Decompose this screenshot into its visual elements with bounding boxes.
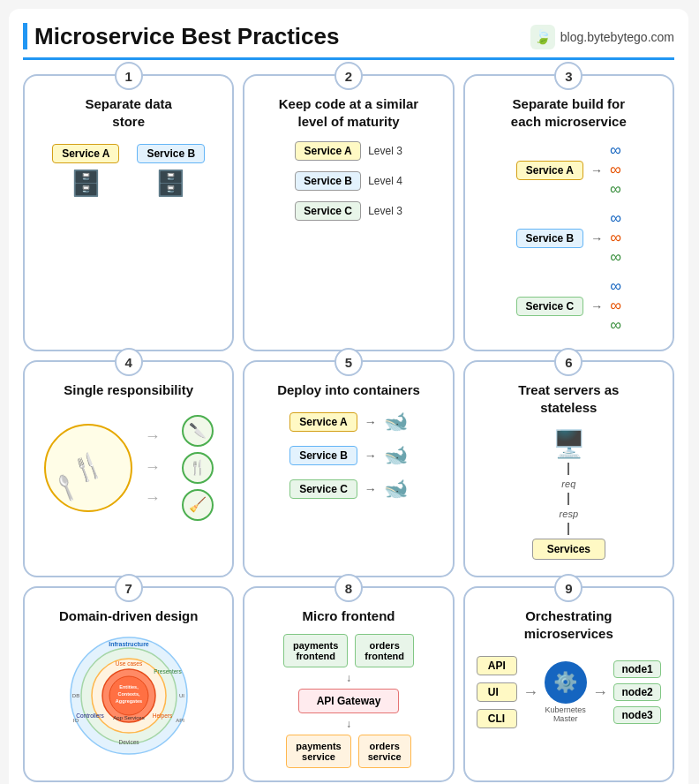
deploy-arrow-a: →	[365, 415, 377, 429]
card-9: 9 Orchestratingmicroservices API UI CLI …	[463, 586, 674, 782]
card-5: 5 Deploy into containers Service A → 🐋 S…	[243, 360, 454, 577]
frontend-area: paymentsfrontend ordersfrontend ↓ API Ga…	[253, 634, 443, 768]
k8s-wheel-icon: ⚙️	[545, 661, 587, 704]
stateless-diagram: 🖥️ req resp Services	[532, 425, 605, 563]
orch-ui-label: UI	[477, 682, 517, 702]
orders-frontend-box: ordersfrontend	[355, 634, 414, 667]
card-3-title: Separate build foreach microservice	[474, 95, 664, 130]
card-4-body: 🍴 🥄 → → → 🔪 🍴 🧹	[34, 408, 223, 528]
service-boxes-1: Service A 🗄️ Service B 🗄️	[52, 144, 205, 198]
level-row-c: Service C Level 3	[295, 201, 402, 221]
service-b-label: Service B	[137, 144, 205, 163]
resp-label: resp	[560, 509, 578, 519]
deploy-row-c: Service C → 🐋	[289, 478, 408, 501]
tool-1: 🔪	[182, 415, 214, 447]
card-7: 7 Domain-driven design Infrastructur	[23, 586, 234, 782]
card-5-number: 5	[334, 348, 363, 376]
arrow-c: →	[590, 299, 603, 313]
card-6-body: 🖥️ req resp Services	[474, 425, 664, 563]
db-b-icon: 🗄️	[155, 169, 186, 198]
payments-service-box: paymentsservice	[286, 735, 350, 768]
ddd-diagram: Infrastructure Presenters Helpers Use ca…	[67, 634, 191, 758]
card-6: 6 Treat servers asstateless 🖥️ req resp …	[463, 360, 674, 577]
build-svc-b: Service B	[516, 229, 584, 248]
card-8-title: Micro frontend	[253, 607, 443, 625]
svg-text:Helpers: Helpers	[152, 712, 172, 720]
responsibility-diagram: 🍴 🥄 → → → 🔪 🍴 🧹	[34, 408, 223, 528]
level-svc-c: Service C	[295, 201, 361, 221]
svg-text:API: API	[176, 718, 184, 723]
deploy-svc-a: Service A	[289, 412, 357, 432]
node1-label: node1	[613, 660, 660, 678]
card-3-number: 3	[554, 62, 582, 90]
card-2-number: 2	[334, 62, 363, 90]
card-4-title: Single responsibility	[34, 381, 223, 399]
card-2-title: Keep code at a similarlevel of maturity	[253, 95, 443, 130]
arrows-area: → → →	[145, 427, 161, 508]
level-val-a: Level 3	[368, 145, 402, 157]
header-logo: 🍃 blog.bytebytego.com	[530, 25, 674, 49]
tool-2: 🍴	[182, 452, 214, 484]
single-tools: 🔪 🍴 🧹	[182, 415, 214, 521]
docker-icon-c: 🐋	[384, 478, 408, 501]
deploy-row-a: Service A → 🐋	[289, 411, 407, 433]
arrow-from-gateway: ↓	[346, 718, 351, 730]
svg-text:Infrastructure: Infrastructure	[109, 641, 149, 647]
svg-text:App Services: App Services	[113, 715, 144, 720]
level-row-a: Service A Level 3	[295, 141, 402, 161]
node3-label: node3	[613, 706, 660, 724]
level-val-b: Level 4	[368, 175, 402, 187]
card-1: 1 Separate datastore Service A 🗄️ Servic…	[23, 74, 234, 351]
card-9-number: 9	[554, 574, 582, 602]
level-row-b: Service B Level 4	[295, 171, 402, 191]
card-2-body: Service A Level 3 Service B Level 4 Serv…	[253, 139, 443, 223]
card-1-number: 1	[115, 62, 143, 90]
svg-text:DB: DB	[71, 693, 79, 698]
cards-grid: 1 Separate datastore Service A 🗄️ Servic…	[23, 74, 674, 782]
k8s-master-label: KubernetesMaster	[545, 705, 586, 723]
service-a-box: Service A 🗄️	[52, 144, 119, 198]
card-9-body: API UI CLI → ⚙️ KubernetesMaster →	[474, 651, 664, 734]
svg-text:Entities,: Entities,	[119, 684, 139, 690]
build-row-c: Service C → ∞ ∞ ∞	[516, 277, 622, 335]
deploy-arrow-b: →	[365, 449, 377, 463]
page-container: Microservice Best Practices 🍃 blog.byteb…	[9, 9, 688, 784]
card-1-title: Separate datastore	[34, 95, 223, 130]
build-row-a: Service A → ∞ ∞ ∞	[516, 141, 621, 199]
node2-label: node2	[613, 683, 660, 701]
svg-text:IO: IO	[72, 718, 79, 723]
card-4-number: 4	[115, 348, 143, 376]
docker-icon-b: 🐋	[384, 444, 408, 467]
card-9-title: Orchestratingmicroservices	[474, 607, 664, 642]
services-bottom-row: paymentsservice ordersservice	[286, 735, 410, 768]
arrow-a: →	[590, 163, 603, 177]
build-row-b: Service B → ∞ ∞ ∞	[516, 209, 622, 267]
orders-service-box: ordersservice	[358, 735, 411, 768]
card-8-number: 8	[334, 574, 363, 602]
page-title: Microservice Best Practices	[23, 23, 339, 50]
card-5-title: Deploy into containers	[253, 381, 443, 399]
db-a-icon: 🗄️	[71, 169, 101, 198]
arrow-to-gateway: ↓	[346, 672, 351, 684]
card-6-number: 6	[554, 348, 582, 376]
svg-text:Devices: Devices	[118, 739, 139, 745]
service-b-box: Service B 🗄️	[137, 144, 205, 198]
level-svc-b: Service B	[295, 171, 361, 191]
frontend-top-row: paymentsfrontend ordersfrontend	[283, 634, 414, 667]
arrow-b: →	[590, 231, 603, 245]
svg-text:Contexts,: Contexts,	[117, 691, 140, 697]
orch-left: API UI CLI	[477, 656, 517, 728]
card-5-body: Service A → 🐋 Service B → 🐋 Service C → …	[253, 408, 443, 503]
docker-icon-a: 🐋	[384, 411, 408, 433]
card-7-number: 7	[115, 574, 143, 602]
k8s-master-area: ⚙️ KubernetesMaster	[545, 661, 587, 723]
orch-api-label: API	[477, 656, 517, 675]
svg-text:UI: UI	[179, 693, 184, 698]
orch-cli-label: CLI	[477, 709, 517, 728]
card-6-title: Treat servers asstateless	[474, 381, 664, 416]
svg-text:Presenters: Presenters	[154, 668, 182, 675]
tools-circle: 🍴 🥄	[44, 424, 132, 512]
card-3-body: Service A → ∞ ∞ ∞ Service B → ∞ ∞ ∞	[474, 139, 664, 337]
line-services	[567, 523, 569, 535]
logo-icon: 🍃	[530, 25, 555, 49]
